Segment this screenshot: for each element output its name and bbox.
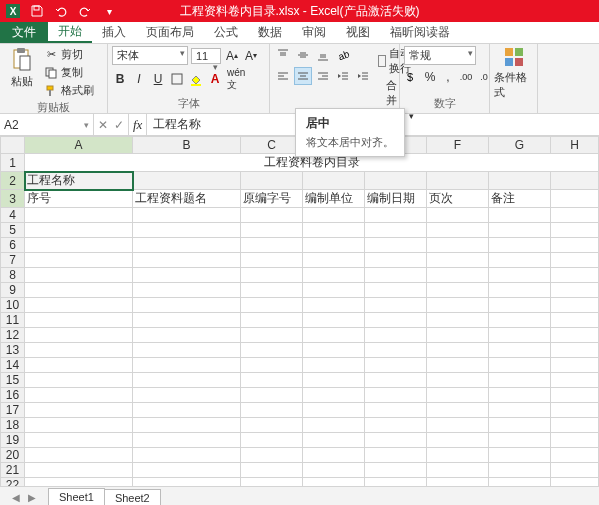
cell[interactable] bbox=[427, 283, 489, 298]
cell[interactable] bbox=[365, 208, 427, 223]
cell[interactable] bbox=[489, 328, 551, 343]
cell[interactable] bbox=[25, 283, 133, 298]
phonetic-button[interactable]: wén文 bbox=[226, 70, 246, 88]
cell[interactable]: 工程名称 bbox=[25, 172, 133, 190]
cancel-icon[interactable]: ✕ bbox=[98, 118, 108, 132]
cell[interactable] bbox=[303, 358, 365, 373]
cell[interactable] bbox=[551, 190, 599, 208]
cell[interactable] bbox=[427, 403, 489, 418]
cell[interactable] bbox=[241, 208, 303, 223]
cell[interactable] bbox=[133, 208, 241, 223]
cell[interactable] bbox=[133, 343, 241, 358]
cell[interactable] bbox=[303, 328, 365, 343]
row-header[interactable]: 16 bbox=[1, 388, 25, 403]
cell[interactable] bbox=[365, 448, 427, 463]
indent-increase-icon[interactable] bbox=[354, 67, 372, 85]
select-all-corner[interactable] bbox=[1, 137, 25, 154]
cell[interactable] bbox=[365, 253, 427, 268]
cell[interactable] bbox=[25, 328, 133, 343]
cell[interactable] bbox=[303, 238, 365, 253]
tab-insert[interactable]: 插入 bbox=[92, 22, 136, 43]
row-header[interactable]: 11 bbox=[1, 313, 25, 328]
cell[interactable] bbox=[551, 343, 599, 358]
cell[interactable]: 页次 bbox=[427, 190, 489, 208]
cell[interactable] bbox=[303, 388, 365, 403]
cell[interactable] bbox=[365, 268, 427, 283]
number-format-combo[interactable]: 常规 bbox=[404, 46, 476, 65]
cell[interactable] bbox=[133, 358, 241, 373]
cell[interactable] bbox=[489, 313, 551, 328]
cell[interactable] bbox=[489, 223, 551, 238]
cell[interactable] bbox=[489, 358, 551, 373]
cell[interactable] bbox=[133, 463, 241, 478]
cell[interactable] bbox=[241, 418, 303, 433]
cell[interactable] bbox=[551, 433, 599, 448]
cell[interactable] bbox=[365, 388, 427, 403]
align-bottom-icon[interactable] bbox=[314, 46, 332, 64]
cell[interactable] bbox=[241, 358, 303, 373]
cell[interactable] bbox=[427, 328, 489, 343]
cell[interactable] bbox=[427, 418, 489, 433]
cell[interactable] bbox=[241, 223, 303, 238]
cell[interactable] bbox=[241, 448, 303, 463]
cell[interactable] bbox=[303, 253, 365, 268]
row-header[interactable]: 13 bbox=[1, 343, 25, 358]
column-header[interactable]: B bbox=[133, 137, 241, 154]
row-header[interactable]: 7 bbox=[1, 253, 25, 268]
sheet-tab[interactable]: Sheet1 bbox=[48, 488, 105, 505]
cell[interactable] bbox=[25, 298, 133, 313]
row-header[interactable]: 8 bbox=[1, 268, 25, 283]
cell[interactable] bbox=[551, 418, 599, 433]
cell[interactable]: 工程资料题名 bbox=[133, 190, 241, 208]
cell[interactable] bbox=[133, 448, 241, 463]
row-header[interactable]: 15 bbox=[1, 373, 25, 388]
cell[interactable] bbox=[303, 343, 365, 358]
cell[interactable] bbox=[427, 343, 489, 358]
cell[interactable] bbox=[133, 172, 241, 190]
cell[interactable] bbox=[365, 343, 427, 358]
cell[interactable] bbox=[427, 268, 489, 283]
cell[interactable] bbox=[25, 358, 133, 373]
cell[interactable] bbox=[489, 418, 551, 433]
comma-icon[interactable]: , bbox=[440, 68, 456, 86]
row-header[interactable]: 19 bbox=[1, 433, 25, 448]
cell[interactable] bbox=[25, 373, 133, 388]
row-header[interactable]: 14 bbox=[1, 358, 25, 373]
cell[interactable] bbox=[365, 313, 427, 328]
cell[interactable] bbox=[489, 433, 551, 448]
cell[interactable] bbox=[427, 172, 489, 190]
cell[interactable] bbox=[551, 223, 599, 238]
cell[interactable] bbox=[241, 328, 303, 343]
cell[interactable] bbox=[241, 343, 303, 358]
cell[interactable] bbox=[427, 358, 489, 373]
cell[interactable] bbox=[551, 238, 599, 253]
cell[interactable] bbox=[427, 388, 489, 403]
cell[interactable] bbox=[241, 283, 303, 298]
row-header[interactable]: 6 bbox=[1, 238, 25, 253]
cell[interactable] bbox=[241, 313, 303, 328]
row-header[interactable]: 21 bbox=[1, 463, 25, 478]
cell[interactable] bbox=[365, 328, 427, 343]
cell[interactable] bbox=[551, 478, 599, 487]
cell[interactable] bbox=[365, 403, 427, 418]
cell[interactable] bbox=[303, 463, 365, 478]
cell[interactable] bbox=[427, 313, 489, 328]
cell[interactable] bbox=[489, 373, 551, 388]
cell[interactable] bbox=[551, 172, 599, 190]
cell[interactable] bbox=[489, 298, 551, 313]
cell[interactable] bbox=[303, 223, 365, 238]
cell[interactable] bbox=[25, 268, 133, 283]
cell[interactable] bbox=[241, 238, 303, 253]
cell[interactable] bbox=[489, 478, 551, 487]
cell[interactable] bbox=[489, 268, 551, 283]
copy-button[interactable]: 复制 bbox=[42, 64, 96, 81]
cell[interactable] bbox=[303, 313, 365, 328]
cell[interactable] bbox=[25, 433, 133, 448]
paste-button[interactable]: 粘贴 bbox=[4, 46, 40, 89]
cell[interactable] bbox=[303, 418, 365, 433]
cell[interactable] bbox=[241, 373, 303, 388]
cell[interactable] bbox=[427, 448, 489, 463]
cell[interactable] bbox=[133, 433, 241, 448]
row-header[interactable]: 10 bbox=[1, 298, 25, 313]
cell[interactable]: 编制单位 bbox=[303, 190, 365, 208]
